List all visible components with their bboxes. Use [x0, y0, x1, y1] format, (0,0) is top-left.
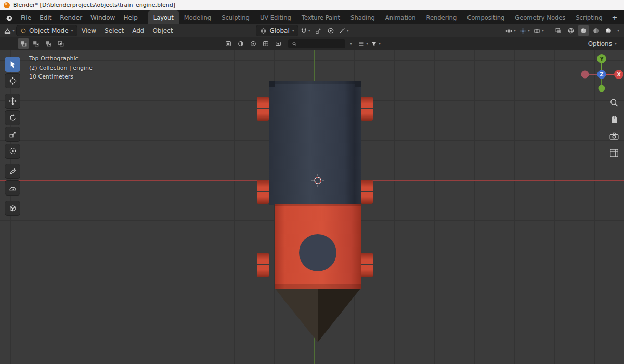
tab-compositing[interactable]: Compositing [462, 10, 510, 24]
add-cube-icon [8, 204, 17, 213]
viewport-canvas[interactable] [0, 50, 624, 364]
toggle-icon-4[interactable] [260, 38, 271, 49]
snap-target-icon [315, 27, 322, 34]
search-icon [292, 41, 297, 47]
object-visibility-dropdown[interactable]: ▾ [504, 25, 517, 36]
tool-box-select[interactable] [5, 57, 20, 72]
proportional-editing-icon [327, 27, 334, 34]
grid-icon [608, 147, 620, 159]
tab-texture-paint[interactable]: Texture Paint [296, 10, 345, 24]
zoom-button[interactable] [607, 96, 621, 110]
select-mode-intersect-button[interactable] [55, 38, 67, 49]
wireframe-sphere-icon [567, 27, 575, 34]
select-mode-extend-button[interactable] [30, 38, 42, 49]
search-field[interactable] [288, 39, 345, 48]
select-mode-subtract-button[interactable] [43, 38, 54, 49]
gizmo-y-label: Y [599, 56, 604, 62]
chevron-down-icon: ▾ [71, 29, 73, 33]
magnet-icon [300, 27, 307, 34]
tab-uv-editing[interactable]: UV Editing [255, 10, 296, 24]
toggle-icon-5[interactable] [272, 38, 284, 49]
select-set-icon [20, 40, 27, 47]
menu-help[interactable]: Help [119, 12, 141, 23]
tab-geometry-nodes[interactable]: Geometry Nodes [510, 10, 570, 24]
editor-type-button[interactable]: ▾ [3, 25, 16, 36]
grid-view-button[interactable] [607, 146, 621, 160]
display-mode-dropdown[interactable]: ▾ [357, 38, 369, 49]
toggle-icon-2[interactable] [235, 38, 246, 49]
toggle-icon-1[interactable] [223, 38, 234, 49]
menu-render[interactable]: Render [56, 12, 86, 23]
tab-modeling[interactable]: Modeling [179, 10, 216, 24]
chevron-down-icon: ▾ [542, 29, 544, 33]
tab-layout[interactable]: Layout [148, 10, 179, 24]
filter-dropdown[interactable]: ▾ [369, 38, 382, 49]
blender-window: Blender* [D:\blenderprojects\objects\tra… [0, 0, 624, 364]
snap-target-button[interactable] [313, 25, 324, 36]
navigation-gizmo[interactable]: Y X Z [580, 53, 623, 95]
shading-material-button[interactable] [590, 25, 602, 36]
shading-solid-button[interactable] [578, 25, 589, 36]
menu-file[interactable]: File [17, 12, 35, 23]
tool-move[interactable] [5, 94, 20, 109]
menu-view[interactable]: View [78, 25, 100, 36]
search-options-dropdown[interactable]: ▾ [345, 38, 357, 49]
select-extend-icon [32, 40, 40, 47]
tool-annotate[interactable] [5, 164, 20, 179]
tab-animation[interactable]: Animation [380, 10, 421, 24]
tool-measure[interactable] [5, 180, 20, 196]
chevron-down-icon: ▾ [615, 29, 621, 33]
tool-transform[interactable] [5, 144, 20, 159]
tool-add-cube[interactable] [5, 201, 20, 216]
proportional-editing-toggle[interactable] [325, 25, 336, 36]
scale-icon [8, 130, 17, 139]
tab-sculpting[interactable]: Sculpting [216, 10, 255, 24]
tool-cursor[interactable] [5, 73, 20, 88]
workspace-tabs: Layout Modeling Sculpting UV Editing Tex… [148, 10, 622, 24]
viewport-3d[interactable]: Top Orthographic (2) Collection | engine… [0, 50, 624, 364]
tab-rendering[interactable]: Rendering [421, 10, 462, 24]
camera-view-button[interactable] [607, 129, 621, 143]
eye-icon [505, 27, 513, 35]
overlays-dropdown[interactable]: ▾ [532, 25, 545, 36]
menu-select[interactable]: Select [101, 25, 127, 36]
select-mode-set-button[interactable] [18, 38, 29, 49]
xray-toggle[interactable] [553, 25, 564, 36]
blender-menu-button[interactable] [3, 14, 17, 22]
pan-button[interactable] [607, 113, 621, 126]
show-gizmo-dropdown[interactable]: ▾ [518, 25, 531, 36]
blender-logo-icon [4, 2, 10, 8]
proportional-falloff-dropdown[interactable]: ▾ [337, 25, 350, 36]
view-name-label: Top Orthographic [29, 54, 93, 63]
object-mode-dropdown[interactable]: Object Mode ▾ [17, 25, 77, 36]
tab-scripting[interactable]: Scripting [570, 10, 607, 24]
tool-rotate[interactable] [5, 110, 20, 125]
add-workspace-button[interactable]: + [607, 10, 621, 24]
rotate-icon [8, 113, 17, 122]
train-engine-object[interactable] [257, 81, 373, 342]
snapping-toggle[interactable]: ▾ [299, 25, 311, 36]
options-dropdown[interactable]: Options ▾ [585, 38, 620, 49]
chevron-down-icon: ▾ [12, 29, 15, 33]
toggle-icon-3[interactable] [248, 38, 259, 49]
shading-rendered-button[interactable] [603, 25, 614, 36]
viewport-header: ▾ Object Mode ▾ View Select Add Object G… [0, 24, 624, 37]
search-input[interactable] [300, 41, 342, 47]
menu-window[interactable]: Window [86, 12, 119, 23]
tool-scale[interactable] [5, 127, 20, 142]
transform-orientation-dropdown[interactable]: Global ▾ [256, 25, 297, 36]
gizmo-x-label: X [617, 72, 621, 77]
scene-selector[interactable]: ▾ Scene [621, 13, 624, 22]
menu-object[interactable]: Object [149, 25, 176, 36]
object-mode-label: Object Mode [29, 27, 69, 34]
menu-add[interactable]: Add [128, 25, 148, 36]
orientation-label: Global [269, 27, 289, 34]
tab-shading[interactable]: Shading [345, 10, 380, 24]
camera-icon [608, 131, 620, 142]
gizmo-x-neg-ball[interactable] [581, 71, 589, 79]
gizmo-y-neg-ball[interactable] [599, 85, 605, 92]
divider [549, 27, 549, 35]
gizmo-arrows-icon [519, 27, 527, 35]
menu-edit[interactable]: Edit [35, 12, 56, 23]
shading-wireframe-button[interactable] [565, 25, 577, 36]
